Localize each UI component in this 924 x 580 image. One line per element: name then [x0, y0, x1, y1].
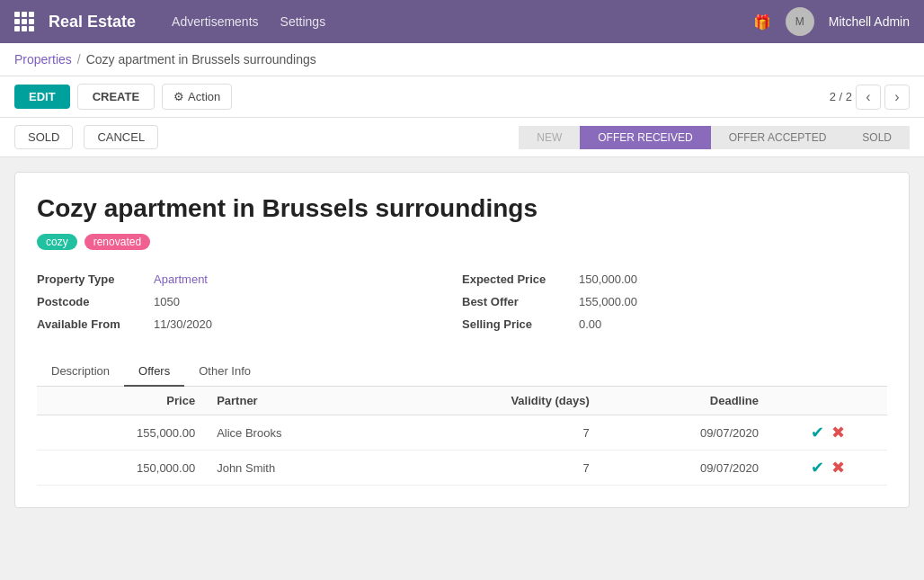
field-available-from: Available From 11/30/2020 — [37, 313, 462, 335]
reject-offer-button[interactable]: ✖ — [831, 423, 845, 442]
user-name: Mitchell Admin — [829, 14, 910, 29]
nav-settings[interactable]: Settings — [280, 14, 326, 29]
top-nav: Real Estate Advertisements Settings 🎁 M … — [0, 0, 924, 43]
table-row: 150,000.00 John Smith 7 09/07/2020 ✔ ✖ — [37, 451, 887, 486]
record-tags: cozy renovated — [37, 234, 887, 250]
fields-left: Property Type Apartment Postcode 1050 Av… — [37, 268, 462, 335]
col-validity: Validity (days) — [388, 387, 600, 415]
col-actions — [769, 387, 887, 415]
breadcrumb-current: Cozy apartment in Brussels surroundings — [86, 52, 316, 67]
reject-offer-button[interactable]: ✖ — [831, 458, 845, 477]
field-postcode: Postcode 1050 — [37, 290, 462, 313]
pager: 2 / 2 ‹ › — [830, 85, 910, 110]
tag-renovated: renovated — [84, 234, 150, 250]
tag-cozy: cozy — [37, 234, 77, 250]
offer-price: 155,000.00 — [37, 415, 206, 451]
fields-right: Expected Price 150,000.00 Best Offer 155… — [462, 268, 887, 335]
user-avatar[interactable]: M — [786, 7, 814, 36]
accept-offer-button[interactable]: ✔ — [811, 458, 824, 477]
field-best-offer: Best Offer 155,000.00 — [462, 290, 887, 313]
edit-button[interactable]: EDIT — [14, 85, 70, 109]
offers-table: Price Partner Validity (days) Deadline 1… — [37, 387, 887, 486]
nav-links: Advertisements Settings — [172, 14, 739, 29]
postcode-value: 1050 — [154, 295, 180, 308]
col-deadline: Deadline — [600, 387, 769, 415]
offer-partner: Alice Brooks — [206, 415, 388, 451]
selling-price-value: 0.00 — [579, 317, 601, 331]
action-button[interactable]: ⚙ Action — [162, 84, 232, 110]
col-partner: Partner — [206, 387, 388, 415]
app-grid-icon[interactable] — [14, 12, 34, 31]
action-bar: EDIT CREATE ⚙ Action 2 / 2 ‹ › — [0, 76, 924, 118]
record-card: Cozy apartment in Brussels surroundings … — [14, 172, 910, 508]
tab-other-info[interactable]: Other Info — [184, 357, 265, 387]
offer-deadline: 09/07/2020 — [600, 415, 769, 451]
tab-offers[interactable]: Offers — [124, 357, 184, 387]
main-content: Cozy apartment in Brussels surroundings … — [0, 157, 924, 522]
accept-offer-button[interactable]: ✔ — [811, 423, 824, 442]
property-type-value[interactable]: Apartment — [154, 272, 208, 286]
offer-validity: 7 — [388, 451, 600, 486]
top-right-actions: 🎁 M Mitchell Admin — [753, 7, 910, 36]
create-button[interactable]: CREATE — [77, 84, 155, 110]
record-tabs: Description Offers Other Info — [37, 357, 887, 387]
field-expected-price: Expected Price 150,000.00 — [462, 268, 887, 290]
nav-advertisements[interactable]: Advertisements — [172, 14, 258, 29]
offer-actions: ✔ ✖ — [769, 451, 887, 486]
fields-grid: Property Type Apartment Postcode 1050 Av… — [37, 268, 887, 335]
cancel-button[interactable]: CANCEL — [84, 125, 158, 149]
breadcrumb-separator: / — [77, 52, 81, 67]
sold-button[interactable]: SOLD — [14, 125, 73, 149]
breadcrumb-parent[interactable]: Properties — [14, 52, 72, 67]
status-pipeline: NEW OFFER RECEIVED OFFER ACCEPTED SOLD — [519, 126, 910, 149]
gift-icon: 🎁 — [753, 13, 771, 31]
offer-actions: ✔ ✖ — [769, 415, 887, 451]
offer-validity: 7 — [388, 415, 600, 451]
status-step-offer-received[interactable]: OFFER RECEIVED — [580, 126, 710, 149]
pager-next[interactable]: › — [884, 85, 910, 110]
available-from-value: 11/30/2020 — [154, 317, 212, 331]
field-selling-price: Selling Price 0.00 — [462, 313, 887, 335]
field-property-type: Property Type Apartment — [37, 268, 462, 290]
record-title: Cozy apartment in Brussels surroundings — [37, 194, 887, 223]
status-bar: SOLD CANCEL NEW OFFER RECEIVED OFFER ACC… — [0, 118, 924, 157]
offer-price: 150,000.00 — [37, 451, 206, 486]
table-row: 155,000.00 Alice Brooks 7 09/07/2020 ✔ ✖ — [37, 415, 887, 451]
offer-partner: John Smith — [206, 451, 388, 486]
expected-price-value: 150,000.00 — [579, 272, 637, 286]
pager-info: 2 / 2 — [830, 90, 852, 103]
tab-description[interactable]: Description — [37, 357, 124, 387]
best-offer-value: 155,000.00 — [579, 295, 637, 308]
breadcrumb: Properties / Cozy apartment in Brussels … — [0, 43, 924, 76]
gear-icon: ⚙ — [173, 90, 184, 103]
status-step-sold[interactable]: SOLD — [844, 126, 910, 149]
status-step-new[interactable]: NEW — [519, 126, 580, 149]
app-name: Real Estate — [49, 13, 136, 31]
pager-prev[interactable]: ‹ — [856, 85, 881, 110]
col-price: Price — [37, 387, 206, 415]
offer-deadline: 09/07/2020 — [600, 451, 769, 486]
status-step-offer-accepted[interactable]: OFFER ACCEPTED — [711, 126, 845, 149]
